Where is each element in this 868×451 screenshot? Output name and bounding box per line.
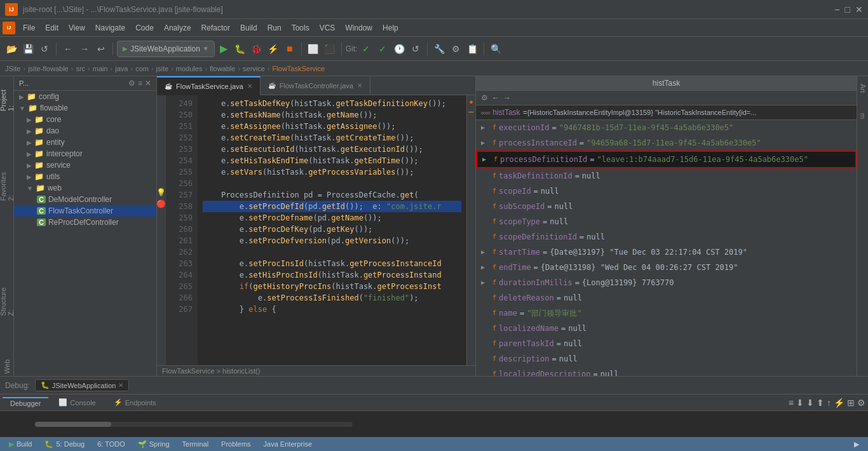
debug-session-tab[interactable]: 🐛 JSiteWebApplication ✕ bbox=[35, 379, 130, 391]
tree-item-entity[interactable]: ▶ 📁 entity bbox=[14, 137, 156, 148]
open-btn[interactable]: 📂 bbox=[4, 41, 19, 57]
build-run-btn[interactable]: ⬛ bbox=[322, 41, 337, 57]
debugger-action-run[interactable]: ↑ bbox=[827, 398, 831, 408]
menu-refactor[interactable]: Refactor bbox=[196, 21, 235, 35]
debug-field-name[interactable]: f name = "部门领导审批" bbox=[476, 306, 857, 321]
tab1-close[interactable]: ✕ bbox=[247, 83, 252, 90]
breadcrumb-jsite2[interactable]: jsite bbox=[156, 65, 169, 72]
endpoints-tab[interactable]: ⚡ Endpoints bbox=[106, 397, 164, 408]
tab2-close[interactable]: ✕ bbox=[357, 82, 362, 89]
maximize-btn[interactable]: □ bbox=[845, 4, 850, 15]
window-controls[interactable]: − □ ✕ bbox=[834, 4, 863, 15]
breadcrumb-com[interactable]: com bbox=[135, 65, 149, 72]
endtime-expand[interactable]: ▶ bbox=[481, 261, 490, 274]
sidebar-expand-icon[interactable]: ≡ bbox=[138, 79, 142, 88]
breadcrumb-current[interactable]: FlowTaskService bbox=[273, 65, 325, 72]
tree-item-service[interactable]: ▶ 📁 service bbox=[14, 159, 156, 171]
stop-btn[interactable]: ■ bbox=[282, 41, 297, 57]
breadcrumb-main[interactable]: main bbox=[93, 65, 108, 72]
menu-build[interactable]: Build bbox=[235, 21, 262, 35]
minimize-btn[interactable]: − bbox=[834, 4, 839, 15]
menu-window[interactable]: Window bbox=[340, 21, 377, 35]
menu-help[interactable]: Help bbox=[377, 21, 403, 35]
debugger-action-step-over[interactable]: ⬇ bbox=[796, 398, 804, 408]
menu-run[interactable]: Run bbox=[262, 21, 287, 35]
tree-item-flowable[interactable]: ▼ 📁 flowable bbox=[14, 102, 156, 114]
debug-session-close[interactable]: ✕ bbox=[118, 382, 123, 389]
left-tab-structure[interactable]: Z: Structure bbox=[0, 279, 16, 318]
back-btn[interactable]: ← bbox=[60, 41, 76, 57]
build-menu-btn[interactable]: ⬜ bbox=[306, 41, 321, 57]
coverage-btn[interactable]: 🐞 bbox=[249, 41, 264, 57]
debugger-action-step-up[interactable]: ⬆ bbox=[817, 398, 824, 408]
sidebar-close-icon[interactable]: ✕ bbox=[145, 79, 151, 88]
menu-navigate[interactable]: Navigate bbox=[90, 21, 130, 35]
debug-field-scopedefinitionid[interactable]: f scopeDefinitionId = null bbox=[476, 229, 857, 245]
status-problems[interactable]: Problems bbox=[217, 440, 254, 448]
menu-code[interactable]: Code bbox=[130, 21, 159, 35]
debug-field-description[interactable]: f description = null bbox=[476, 351, 857, 367]
breadcrumb-service[interactable]: service bbox=[243, 65, 265, 72]
status-terminal[interactable]: Terminal bbox=[179, 440, 213, 448]
vcs-btn[interactable]: 📋 bbox=[465, 41, 480, 57]
debug-settings-icon[interactable]: ⚙ bbox=[481, 93, 488, 102]
close-btn[interactable]: ✕ bbox=[855, 4, 863, 15]
debug-field-localizeddescription[interactable]: f localizedDescription = null bbox=[476, 367, 857, 376]
debug-field-starttime[interactable]: ▶ f startTime = {Date@13197} "Tue Dec 03… bbox=[476, 245, 857, 260]
menu-file[interactable]: File bbox=[18, 21, 40, 35]
right-tab-art[interactable]: Art bbox=[858, 81, 868, 95]
tree-item-dao[interactable]: ▶ 📁 dao bbox=[14, 125, 156, 137]
console-tab[interactable]: ⬜ Console bbox=[51, 397, 103, 408]
tools-btn[interactable]: 🔧 bbox=[431, 41, 447, 57]
breadcrumb-src[interactable]: src bbox=[76, 65, 85, 72]
git-time-btn[interactable]: 🕐 bbox=[391, 41, 407, 57]
starttime-expand[interactable]: ▶ bbox=[481, 246, 490, 259]
processdefinitionid-expand[interactable]: ▶ bbox=[482, 153, 491, 166]
debugger-action-settings[interactable]: ⚙ bbox=[857, 398, 865, 408]
right-tab-m[interactable]: m bbox=[858, 111, 868, 121]
debug-field-deletereason[interactable]: f deleteReason = null bbox=[476, 290, 857, 306]
debug-field-durationinmillis[interactable]: ▶ f durationInMillis = {Long@13199} 7763… bbox=[476, 275, 857, 290]
durationinmillis-expand[interactable]: ▶ bbox=[481, 276, 490, 289]
forward-btn[interactable]: → bbox=[77, 41, 92, 57]
tree-item-flowtask[interactable]: C FlowTaskController bbox=[14, 205, 156, 217]
debug-field-processdefinitionid[interactable]: ▶ f processDefinitionId = "leave:1:b74aa… bbox=[476, 151, 857, 168]
code-content[interactable]: e.setTaskDefKey(histTask.getTaskDefiniti… bbox=[198, 95, 466, 365]
breadcrumb-jsite-flowable[interactable]: jsite-flowable bbox=[28, 65, 69, 72]
tree-item-reprocdef[interactable]: C ReProcDefController bbox=[14, 217, 156, 228]
debug-field-processinstanceid[interactable]: ▶ f processInstanceId = "94659a68-15d7-1… bbox=[476, 135, 857, 151]
debug-field-scopetype[interactable]: f scopeType = null bbox=[476, 214, 857, 229]
debugger-action-list[interactable]: ≡ bbox=[789, 398, 794, 408]
tree-item-demodel[interactable]: C DeModelController bbox=[14, 194, 156, 205]
debug-field-taskdefinitionid[interactable]: f taskDefinitionId = null bbox=[476, 168, 857, 184]
breadcrumb-java[interactable]: java bbox=[115, 65, 128, 72]
tree-item-core[interactable]: ▶ 📁 core bbox=[14, 114, 156, 125]
tree-item-config[interactable]: ▶ 📁 config bbox=[14, 91, 156, 102]
status-debug[interactable]: 🐛 5: Debug bbox=[41, 440, 88, 448]
debug-field-parenttaskid[interactable]: f parentTaskId = null bbox=[476, 336, 857, 351]
menu-tools[interactable]: Tools bbox=[287, 21, 315, 35]
horizontal-scrollbar[interactable] bbox=[35, 422, 353, 427]
tools2-btn[interactable]: ⚙ bbox=[448, 41, 463, 57]
debug-field-endtime[interactable]: ▶ f endTime = {Date@13198} "Wed Dec 04 0… bbox=[476, 260, 857, 275]
menu-edit[interactable]: Edit bbox=[40, 21, 64, 35]
git-undo-btn[interactable]: ↺ bbox=[408, 41, 423, 57]
debugger-action-eval[interactable]: ⚡ bbox=[834, 398, 844, 408]
debugger-action-table[interactable]: ⊞ bbox=[847, 398, 855, 408]
left-tab-web[interactable]: Web bbox=[2, 357, 12, 376]
status-java-enterprise[interactable]: Java Enterprise bbox=[260, 440, 316, 448]
debug-field-subscopeid[interactable]: f subScopeId = null bbox=[476, 199, 857, 214]
tree-item-interceptor[interactable]: ▶ 📁 interceptor bbox=[14, 148, 156, 159]
save-btn[interactable]: 💾 bbox=[20, 41, 36, 57]
executionid-expand[interactable]: ▶ bbox=[481, 121, 490, 134]
run-btn[interactable]: ▶ bbox=[216, 41, 231, 57]
tree-item-utils[interactable]: ▶ 📁 utils bbox=[14, 171, 156, 182]
git-check2-btn[interactable]: ✓ bbox=[375, 41, 390, 57]
breadcrumb-modules[interactable]: modules bbox=[176, 65, 203, 72]
tree-item-web[interactable]: ▼ 📁 web bbox=[14, 182, 156, 194]
debug-field-localizedname[interactable]: f localizedName = null bbox=[476, 321, 857, 336]
menu-view[interactable]: View bbox=[64, 21, 90, 35]
debug-run-btn[interactable]: 🐛 bbox=[233, 41, 248, 57]
tab-flowtaskservice[interactable]: ☕ FlowTaskService.java ✕ bbox=[157, 76, 261, 95]
tab-flowtaskcontroller[interactable]: ☕ FlowTaskController.java ✕ bbox=[261, 76, 370, 95]
